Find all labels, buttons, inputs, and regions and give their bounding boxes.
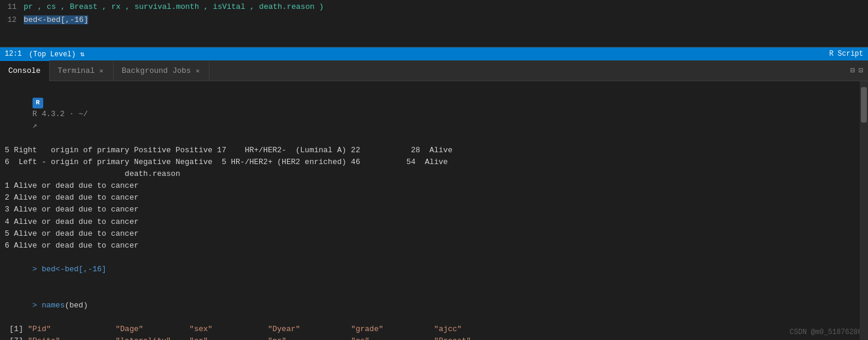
watermark: CSDN @m0_51876286 [790,328,862,336]
tab-bar: Console Terminal ✕ Background Jobs ✕ ⊟ ⊡ [0,60,868,81]
status-left: 12:1 (Top Level) ⇅ [5,50,84,59]
console-output-3: death.reason [5,168,863,180]
editor-line-12-content: bed<-bed[,-16] [24,15,88,24]
tab-terminal-label: Terminal [58,66,95,75]
cursor-position: 12:1 [5,50,22,58]
console-output-6: 3 Alive or dead due to cancer [5,204,863,216]
scrollbar-track[interactable] [860,81,868,340]
tab-console-label: Console [8,66,41,75]
editor-line-12: 12 bed<-bed[,-16] [0,15,868,28]
console-area[interactable]: R R 4.3.2 · ~/ ↗ 5 Right origin of prima… [0,81,868,340]
tab-background-jobs-close[interactable]: ✕ [195,67,201,75]
tab-console[interactable]: Console [0,60,50,81]
r-version-text: R 4.3.2 · ~/ [33,110,92,118]
tab-terminal[interactable]: Terminal ✕ [50,60,114,81]
maximize-icon[interactable]: ⊡ [859,66,863,75]
tab-background-jobs[interactable]: Background Jobs ✕ [114,60,210,81]
console-cmd-1: > bed<-bed[,-16] [5,252,863,287]
r-version-line: R R 4.3.2 · ~/ ↗ [5,85,863,145]
r-logo: R [33,98,43,108]
tab-terminal-close[interactable]: ✕ [98,67,105,75]
prompt-2: > [33,301,42,310]
console-names-1: [1] "Pid" "Dage" "sex" "Dyear" "grade" "… [5,323,863,335]
console-output-4: 1 Alive or dead due to cancer [5,180,863,192]
editor-line-11-content: pr , cs , Breast , rx , survival.month ,… [24,2,324,11]
tab-background-jobs-label: Background Jobs [122,66,191,75]
editor-area: 11 pr , cs , Breast , rx , survival.mont… [0,0,868,47]
link-icon: ↗ [33,121,37,130]
console-output-9: 6 Alive or dead due to cancer [5,240,863,252]
cmd-1-text: bed<-bed[,-16] [41,265,106,274]
scrollbar-thumb[interactable] [861,87,867,123]
minimize-icon[interactable]: ⊟ [850,66,855,75]
console-output-1: 5 Right origin of primary Positive Posit… [5,145,863,156]
console-output-7: 4 Alive or dead due to cancer [5,216,863,228]
tab-icons-right: ⊟ ⊡ [850,66,863,75]
console-output-8: 5 Alive or dead due to cancer [5,228,863,240]
script-type: R Script [829,50,863,58]
console-cmd-2: > names(bed) [5,287,863,323]
console-output-5: 2 Alive or dead due to cancer [5,192,863,204]
line-number-12: 12 [0,15,24,24]
cmd-2-args: (bed) [64,301,88,310]
scope-indicator: (Top Level) ⇅ [29,50,85,59]
console-wrapper: R R 4.3.2 · ~/ ↗ 5 Right origin of prima… [0,81,868,340]
line-number-11: 11 [0,2,24,11]
status-bar: 12:1 (Top Level) ⇅ R Script [0,47,868,60]
console-names-2: [7] "Psite" "laterality" "er" "pr" "cs" … [5,335,863,340]
console-output-2: 6 Left - origin of primary Negative Nega… [5,156,863,168]
cmd-2-fn: names [41,301,64,310]
prompt-1: > [33,265,42,274]
editor-line-11: 11 pr , cs , Breast , rx , survival.mont… [0,2,868,15]
